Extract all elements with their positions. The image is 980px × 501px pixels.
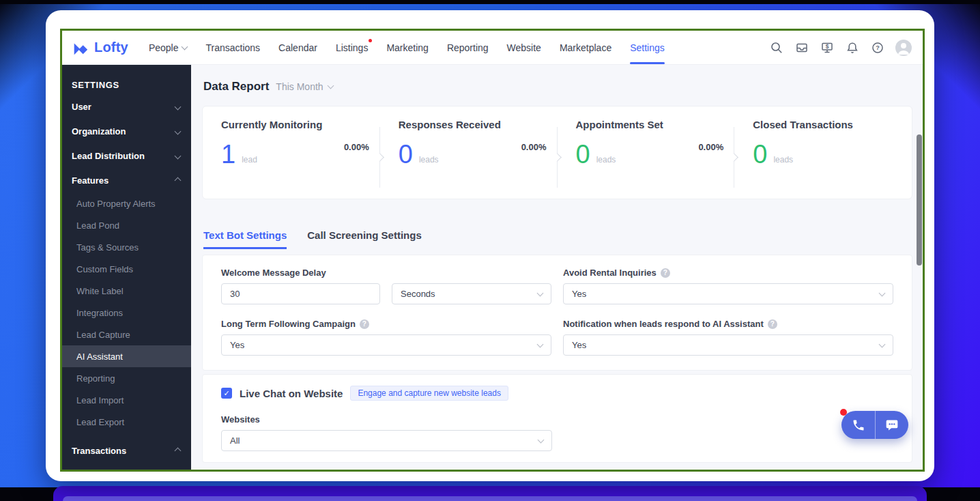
chevron-down-icon: [538, 436, 545, 443]
live-chat-checkbox[interactable]: ✓: [221, 388, 232, 399]
chat-button[interactable]: [875, 411, 908, 439]
top-navigation-bar: Lofty People Transactions Calendar Listi…: [62, 31, 923, 65]
svg-text:$: $: [826, 43, 829, 50]
scrollbar-thumb[interactable]: [917, 134, 922, 266]
long-term-campaign-select[interactable]: Yes: [221, 334, 551, 356]
metric-unit: leads: [419, 155, 439, 167]
browser-window: Lofty People Transactions Calendar Listi…: [46, 10, 934, 481]
lofty-logo[interactable]: Lofty: [72, 39, 128, 57]
sidebar-item-lead-capture[interactable]: Lead Capture: [62, 324, 191, 345]
metric-label: Closed Transactions: [753, 119, 895, 130]
sidebar-item-lead-pond[interactable]: Lead Pond: [62, 214, 191, 236]
form-column-left: Welcome Message Delay 30 Seconds: [221, 268, 551, 356]
report-period-dropdown[interactable]: This Month: [276, 81, 332, 92]
sidebar-group-label: Lead Distribution: [72, 151, 145, 161]
help-icon[interactable]: ?: [870, 40, 885, 55]
nav-label: Reporting: [447, 42, 489, 53]
metric-appointments-set: Appointments Set 0 leads 0.00%: [558, 106, 735, 199]
metric-value: 1: [221, 141, 235, 167]
billing-screen-icon[interactable]: $: [820, 40, 835, 55]
metric-currently-monitoring: Currently Monitoring 1 lead 0.00%: [203, 106, 380, 199]
live-chat-label: Live Chat on Website: [240, 388, 343, 399]
settings-tabs: Text Bot Settings Call Screening Setting…: [202, 229, 912, 249]
conversion-rate: 0.00%: [521, 142, 547, 152]
metric-label: Responses Received: [399, 119, 541, 130]
nav-item-people[interactable]: People: [149, 31, 188, 64]
nav-item-settings[interactable]: Settings: [630, 31, 665, 64]
background-window-edge-inner: [63, 496, 917, 501]
sidebar-group-organization[interactable]: Organization: [62, 119, 191, 143]
ai-assistant-settings-main: Data Report This Month Currently Monitor…: [191, 65, 923, 470]
long-term-campaign-label: Long Term Following Campaign ?: [221, 319, 551, 329]
sidebar-item-ai-assistant[interactable]: AI Assistant: [62, 345, 191, 367]
sidebar-group-user[interactable]: User: [62, 94, 191, 119]
data-report-header: Data Report This Month: [202, 80, 912, 94]
chevron-down-icon: [182, 43, 188, 50]
select-value: Yes: [572, 289, 586, 299]
sidebar-item-lead-import[interactable]: Lead Import: [62, 389, 191, 411]
field-label-text: Notification when leads respond to AI As…: [563, 319, 764, 329]
sidebar-group-transactions[interactable]: Transactions: [62, 438, 191, 463]
metric-unit: leads: [773, 155, 793, 167]
sidebar-item-custom-fields[interactable]: Custom Fields: [62, 258, 191, 280]
inbox-icon[interactable]: [794, 40, 809, 55]
nav-label: Listings: [336, 42, 368, 53]
welcome-delay-input[interactable]: 30: [221, 283, 380, 304]
search-icon[interactable]: [769, 40, 784, 55]
metric-value: 0: [576, 141, 590, 167]
notification-select[interactable]: Yes: [563, 334, 893, 356]
nav-item-website[interactable]: Website: [507, 31, 541, 64]
sidebar-item-reporting[interactable]: Reporting: [62, 367, 191, 389]
metric-label: Currently Monitoring: [221, 119, 364, 130]
live-chat-panel: ✓ Live Chat on Website Engage and captur…: [202, 374, 912, 463]
help-tooltip-icon[interactable]: ?: [360, 319, 369, 329]
form-column-right: Avoid Rental Inquiries ? Yes: [563, 268, 893, 356]
avoid-rental-select[interactable]: Yes: [563, 283, 893, 304]
nav-label: Transactions: [205, 42, 260, 53]
metric-closed-transactions: Closed Transactions 0 leads: [734, 106, 912, 199]
help-tooltip-icon[interactable]: ?: [661, 268, 670, 278]
metric-unit: lead: [242, 155, 257, 167]
nav-item-marketplace[interactable]: Marketplace: [560, 31, 611, 64]
nav-label: Settings: [630, 42, 665, 53]
notification-dot: [840, 409, 847, 416]
select-value: Yes: [230, 340, 244, 350]
report-period-value: This Month: [276, 81, 323, 92]
sidebar-item-tags-sources[interactable]: Tags & Sources: [62, 236, 191, 258]
tab-call-screening-settings[interactable]: Call Screening Settings: [307, 229, 422, 249]
help-tooltip-icon[interactable]: ?: [768, 319, 777, 329]
svg-text:?: ?: [876, 44, 880, 51]
tab-text-bot-settings[interactable]: Text Bot Settings: [203, 229, 287, 249]
field-label-text: Websites: [221, 414, 260, 425]
notifications-bell-icon[interactable]: [845, 40, 860, 55]
metric-value: 0: [753, 141, 767, 167]
avoid-rental-label: Avoid Rental Inquiries ?: [563, 268, 893, 278]
nav-item-transactions[interactable]: Transactions: [205, 31, 260, 64]
sidebar-item-auto-property-alerts[interactable]: Auto Property Alerts: [62, 192, 191, 214]
user-avatar[interactable]: [895, 40, 912, 56]
chevron-down-icon: [175, 152, 182, 159]
nav-label: Marketing: [386, 42, 428, 53]
nav-item-marketing[interactable]: Marketing: [386, 31, 428, 64]
websites-select[interactable]: All: [221, 430, 552, 451]
sidebar-group-label: Organization: [72, 126, 126, 137]
nav-item-calendar[interactable]: Calendar: [278, 31, 317, 64]
lofty-logo-text: Lofty: [94, 40, 128, 55]
phone-button[interactable]: [841, 411, 875, 439]
chevron-down-icon: [879, 341, 886, 347]
metric-responses-received: Responses Received 0 leads 0.00%: [380, 106, 558, 199]
delay-unit-select[interactable]: Seconds: [392, 283, 551, 304]
nav-label: Calendar: [278, 42, 317, 53]
sidebar-group-lead-distribution[interactable]: Lead Distribution: [62, 143, 191, 168]
welcome-message-delay-label: Welcome Message Delay: [221, 268, 551, 278]
sidebar-item-white-label[interactable]: White Label: [62, 280, 191, 302]
sidebar-item-integrations[interactable]: Integrations: [62, 302, 191, 324]
chevron-up-icon: [175, 447, 182, 454]
features-submenu: Auto Property Alerts Lead Pond Tags & So…: [62, 192, 191, 433]
sidebar-item-lead-export[interactable]: Lead Export: [62, 411, 191, 433]
nav-item-listings[interactable]: Listings: [336, 31, 368, 64]
sidebar-group-features[interactable]: Features: [62, 168, 191, 192]
nav-item-reporting[interactable]: Reporting: [447, 31, 489, 64]
chevron-down-icon: [879, 289, 886, 296]
nav-label: Website: [507, 42, 541, 53]
